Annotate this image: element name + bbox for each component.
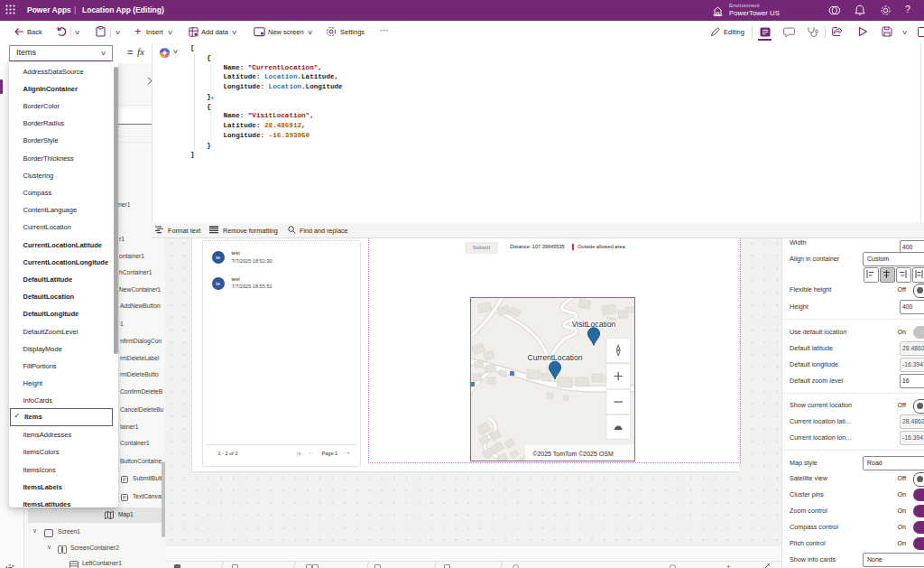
svg-text:CurrentLocation: CurrentLocation	[527, 353, 582, 362]
svg-text:©2025 TomTom ©2025 OSM: ©2025 TomTom ©2025 OSM	[532, 450, 614, 456]
